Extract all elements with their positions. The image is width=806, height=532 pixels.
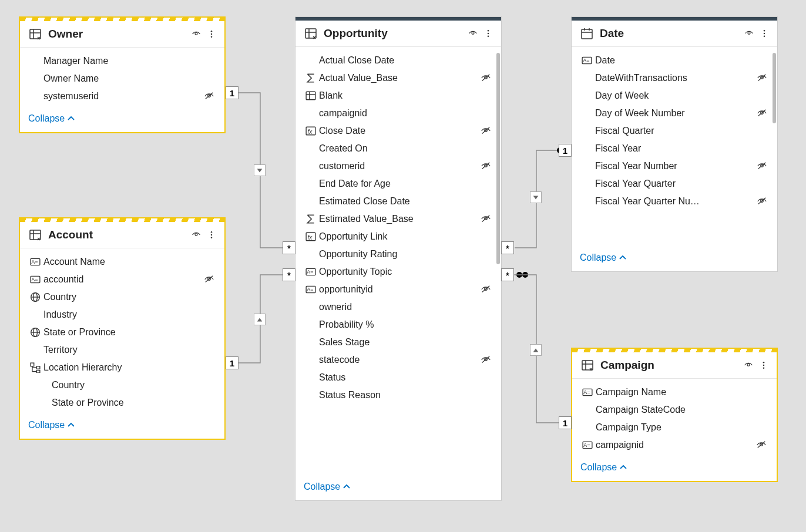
- table-account[interactable]: Account Account NameaccountidCountryIndu…: [19, 217, 226, 440]
- field-label: Status: [319, 372, 479, 383]
- field-row[interactable]: Territory: [23, 342, 222, 358]
- table-date[interactable]: Date DateDateWithTransactionsDay of Week…: [571, 16, 778, 272]
- filter-direction-icon[interactable]: [530, 344, 542, 356]
- field-row[interactable]: Status: [299, 370, 499, 385]
- visibility-icon[interactable]: [190, 29, 202, 39]
- field-row[interactable]: Fiscal Year Quarter Nu…: [575, 194, 775, 209]
- date-header-icon: [580, 26, 594, 41]
- field-label: State or Province: [52, 398, 202, 408]
- field-row[interactable]: Date: [575, 53, 775, 68]
- field-label: DateWithTransactions: [595, 73, 755, 83]
- filter-direction-icon[interactable]: [254, 314, 266, 325]
- field-row[interactable]: Campaign Name: [576, 385, 774, 400]
- field-row[interactable]: opportunityid: [299, 282, 499, 297]
- field-row[interactable]: Campaign Type: [576, 420, 774, 435]
- field-label: Account Name: [43, 257, 202, 267]
- table-owner[interactable]: Owner Manager NameOwner Namesystemuserid…: [19, 16, 226, 133]
- visibility-icon[interactable]: [743, 29, 755, 38]
- field-row[interactable]: Fiscal Year Quarter: [575, 176, 775, 191]
- field-row[interactable]: Day of Week: [575, 88, 775, 103]
- field-row[interactable]: Country: [23, 289, 222, 305]
- model-canvas[interactable]: Owner Manager NameOwner Namesystemuserid…: [0, 0, 806, 532]
- more-options-icon[interactable]: [207, 229, 216, 241]
- hidden-icon: [479, 161, 493, 171]
- table-title: Owner: [48, 28, 190, 41]
- visibility-icon[interactable]: [467, 29, 479, 38]
- field-row[interactable]: Fiscal Quarter: [575, 123, 775, 139]
- filter-direction-icon[interactable]: [254, 164, 266, 176]
- field-label: Fiscal Year Quarter Nu…: [595, 196, 755, 207]
- field-row[interactable]: State or Province: [23, 395, 222, 410]
- field-row[interactable]: Sales Stage: [299, 335, 499, 350]
- field-label: opportunityid: [319, 284, 479, 295]
- field-label: Probability %: [319, 319, 479, 330]
- field-row[interactable]: campaignid: [576, 437, 774, 453]
- collapse-label: Collapse: [28, 113, 65, 124]
- scrollbar[interactable]: [496, 53, 500, 264]
- field-row[interactable]: Close Date: [299, 123, 499, 139]
- more-options-icon[interactable]: [760, 28, 769, 39]
- field-row[interactable]: Estimated Value_Base: [299, 211, 499, 227]
- field-row[interactable]: customerid: [299, 159, 499, 174]
- field-row[interactable]: End Date for Age: [299, 176, 499, 191]
- field-row[interactable]: statecode: [299, 352, 499, 368]
- table-title: Date: [600, 27, 743, 40]
- collapse-label: Collapse: [580, 462, 617, 473]
- field-row[interactable]: Industry: [23, 307, 222, 322]
- field-row[interactable]: Account Name: [23, 254, 222, 270]
- field-row[interactable]: campaignid: [299, 106, 499, 121]
- field-row[interactable]: Manager Name: [23, 53, 222, 69]
- field-label: Estimated Value_Base: [319, 214, 479, 224]
- rel-campaign-opportunity[interactable]: [513, 270, 572, 435]
- hidden-icon: [754, 440, 768, 450]
- collapse-button[interactable]: Collapse: [580, 252, 627, 263]
- field-row[interactable]: Opportunity Link: [299, 229, 499, 244]
- filter-direction-icon[interactable]: [530, 191, 542, 203]
- field-row[interactable]: Day of Week Number: [575, 106, 775, 121]
- field-row[interactable]: DateWithTransactions: [575, 70, 775, 86]
- key-icon: [303, 267, 319, 277]
- sigma-icon: [303, 73, 319, 83]
- visibility-icon[interactable]: [190, 230, 202, 240]
- key-icon: [27, 257, 43, 267]
- field-row[interactable]: Campaign StateCode: [576, 402, 774, 417]
- field-row[interactable]: Owner Name: [23, 71, 222, 86]
- more-options-icon[interactable]: [483, 28, 493, 39]
- field-row[interactable]: Status Reason: [299, 388, 499, 403]
- field-row[interactable]: Actual Close Date: [299, 53, 499, 68]
- field-label: State or Province: [43, 327, 202, 338]
- table-campaign[interactable]: Campaign Campaign NameCampaign StateCode…: [571, 348, 778, 482]
- key-icon: [27, 274, 43, 285]
- key-icon: [303, 284, 319, 295]
- field-row[interactable]: accountid: [23, 272, 222, 287]
- field-row[interactable]: State or Province: [23, 325, 222, 340]
- field-row[interactable]: Actual Value_Base: [299, 70, 499, 86]
- cardinality-owner-side: 1: [226, 86, 239, 99]
- field-row[interactable]: Probability %: [299, 317, 499, 332]
- visibility-icon[interactable]: [743, 361, 754, 370]
- field-label: Campaign Type: [596, 422, 754, 433]
- collapse-button[interactable]: Collapse: [28, 420, 75, 430]
- hidden-icon: [202, 91, 216, 102]
- collapse-button[interactable]: Collapse: [304, 482, 351, 492]
- field-row[interactable]: systemuserid: [23, 89, 222, 104]
- field-row[interactable]: Estimated Close Date: [299, 194, 499, 209]
- field-label: Actual Close Date: [319, 55, 479, 66]
- field-row[interactable]: Opportunity Topic: [299, 264, 499, 280]
- field-row[interactable]: Location Hierarchy: [23, 360, 222, 375]
- collapse-button[interactable]: Collapse: [580, 462, 627, 473]
- more-options-icon[interactable]: [759, 359, 768, 371]
- scrollbar[interactable]: [773, 53, 776, 123]
- table-header-icon: [580, 358, 595, 372]
- field-row[interactable]: ownerid: [299, 299, 499, 315]
- hidden-icon: [755, 73, 769, 83]
- field-row[interactable]: Blank: [299, 88, 499, 103]
- table-opportunity[interactable]: Opportunity Actual Close DateActual Valu…: [295, 16, 502, 501]
- field-row[interactable]: Opportunity Rating: [299, 247, 499, 262]
- field-row[interactable]: Fiscal Year Number: [575, 159, 775, 174]
- field-row[interactable]: Created On: [299, 141, 499, 156]
- more-options-icon[interactable]: [207, 28, 216, 40]
- field-row[interactable]: Country: [23, 378, 222, 393]
- field-row[interactable]: Fiscal Year: [575, 141, 775, 156]
- collapse-button[interactable]: Collapse: [28, 113, 75, 124]
